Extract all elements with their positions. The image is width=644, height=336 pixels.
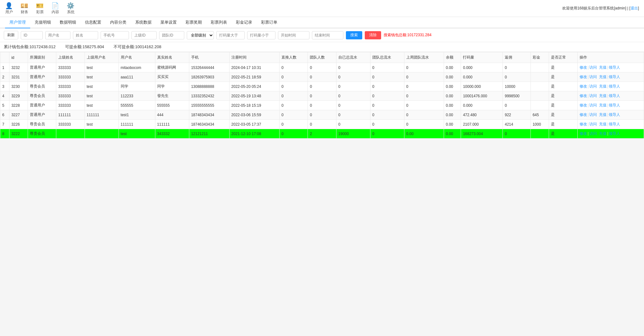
sub-nav-menu[interactable]: 菜单设置 <box>156 17 181 28</box>
cell-direct: 0 <box>280 63 308 72</box>
cell-parent-username: test <box>85 101 119 110</box>
cell-level: 普通用户 <box>28 110 56 120</box>
sub-nav-category[interactable]: 内容分类 <box>106 17 131 28</box>
col-balance: 余额 <box>444 52 461 63</box>
visit-link[interactable]: 访问 <box>589 122 597 126</box>
parent-id-input[interactable] <box>131 31 157 39</box>
edit-link[interactable]: 修改 <box>580 103 587 107</box>
nav-content[interactable]: 📄 内容 <box>51 2 59 15</box>
cell-normal: 是 <box>549 129 577 139</box>
sub-nav-lottery-list[interactable]: 彩票列表 <box>206 17 231 28</box>
bet-max-input[interactable] <box>216 31 245 39</box>
id-input[interactable] <box>21 31 43 39</box>
cell-bonus <box>530 72 549 82</box>
cell-realname: 發先生 <box>155 91 189 101</box>
recharge-link[interactable]: 充值 <box>599 75 607 79</box>
level-select[interactable]: 全部级别 普通用户 尊贵会员 <box>187 31 214 39</box>
phone-input[interactable] <box>101 31 129 39</box>
edit-link[interactable]: 修改 <box>580 112 587 117</box>
recharge-link[interactable]: 充值 <box>599 94 607 98</box>
invite-link[interactable]: 领导人 <box>609 94 620 98</box>
recharge-link[interactable]: 充值 <box>599 122 607 126</box>
recharge-link[interactable]: 充值 <box>599 103 607 107</box>
cell-team: 0 <box>308 63 336 72</box>
top-nav: 👤 用户 💴 财务 🎫 彩票 📄 内容 ⚙️ 系统 欢迎使用168娱乐后台管理系… <box>0 0 644 17</box>
invite-link[interactable]: 领导人 <box>609 84 620 88</box>
end-time-input[interactable] <box>312 31 343 39</box>
col-self-flow: 自已总流水 <box>336 52 370 63</box>
sub-nav-lottery-period[interactable]: 彩票奖期 <box>181 17 206 28</box>
row-num: 4 <box>0 91 9 101</box>
start-time-input[interactable] <box>278 31 309 39</box>
nav-user[interactable]: 👤 用户 <box>5 2 13 15</box>
nav-system[interactable]: ⚙️ 系统 <box>67 2 75 15</box>
invite-link[interactable]: 领导人 <box>609 75 620 79</box>
cell-regtime: 2022-05-21 18:59 <box>229 72 280 82</box>
invite-link[interactable]: 领导人 <box>609 122 620 126</box>
col-bet: 打码量 <box>461 52 503 63</box>
sub-nav-system-data[interactable]: 系统数据 <box>131 17 156 28</box>
table-header-row: id 所属级别 上级姓名 上级用户名 用户名 真实姓名 手机 注册时间 直推人数… <box>0 52 644 63</box>
sub-nav-recharge[interactable]: 充值明细 <box>30 17 55 28</box>
edit-link[interactable]: 修改 <box>580 84 587 88</box>
team-id-input[interactable] <box>159 31 184 39</box>
edit-link[interactable]: 修改 <box>580 94 587 98</box>
cell-rebate: 4214 <box>503 120 530 129</box>
sub-nav-lottery-order[interactable]: 彩票订单 <box>257 17 282 28</box>
sub-nav-user-mgmt[interactable]: 用户管理 <box>5 17 30 28</box>
invite-link[interactable]: 领导人 <box>609 65 620 70</box>
cell-parent-name: 333333 <box>56 82 85 91</box>
visit-link[interactable]: 访问 <box>589 131 597 136</box>
sub-nav-data[interactable]: 数据明细 <box>55 17 80 28</box>
cell-self-flow: 0 <box>336 72 370 82</box>
cell-bonus: 1000 <box>530 120 549 129</box>
cell-id: 3230 <box>9 82 28 91</box>
nav-finance-label: 财务 <box>21 9 28 15</box>
cell-balance: 0.00 <box>444 101 461 110</box>
bet-min-input[interactable] <box>247 31 275 39</box>
username-input[interactable] <box>45 31 70 39</box>
nav-finance[interactable]: 💴 财务 <box>20 2 28 15</box>
wallet-value: 10172438.012 <box>30 44 56 49</box>
cell-username: aaa111 <box>119 72 155 82</box>
visit-link[interactable]: 访问 <box>589 65 597 70</box>
sub-nav-bonus-record[interactable]: 彩金记录 <box>231 17 257 28</box>
cell-phone: 18748343434 <box>189 110 229 120</box>
invite-link[interactable]: 领导人 <box>609 103 620 107</box>
logout-link[interactable]: 退出 <box>630 6 638 10</box>
recharge-link[interactable]: 充值 <box>599 112 607 117</box>
visit-link[interactable]: 访问 <box>589 112 597 117</box>
nav-lottery[interactable]: 🎫 彩票 <box>36 2 44 15</box>
edit-link[interactable]: 修改 <box>580 122 587 126</box>
edit-link[interactable]: 修改 <box>580 131 587 136</box>
visit-link[interactable]: 访问 <box>589 94 597 98</box>
clear-button[interactable]: 清除 <box>365 31 381 39</box>
cell-team: 0 <box>308 120 336 129</box>
table-row: 53228普通用户333333test555555555555155555555… <box>0 101 644 110</box>
invite-link[interactable]: 领导人 <box>609 131 620 136</box>
realname-input[interactable] <box>73 31 98 39</box>
cell-parent-name: 333333 <box>56 101 85 110</box>
row-num: 3 <box>0 82 9 91</box>
refresh-button[interactable]: 刷新 <box>4 31 18 39</box>
visit-link[interactable]: 访问 <box>589 84 597 88</box>
lottery-icon: 🎫 <box>36 2 44 9</box>
cell-bet: 10001476.000 <box>461 91 503 101</box>
col-regtime: 注册时间 <box>229 52 280 63</box>
recharge-link[interactable]: 充值 <box>599 65 607 70</box>
recharge-link[interactable]: 充值 <box>599 131 607 136</box>
cell-parent-name: 333333 <box>56 120 85 129</box>
recharge-link[interactable]: 充值 <box>599 84 607 88</box>
cell-rebate: 0 <box>503 63 530 72</box>
search-total: 搜索钱包总额:10172331.284 <box>384 32 431 38</box>
cell-regtime: 2024-04-17 10:31 <box>229 63 280 72</box>
sub-nav-config[interactable]: 信息配置 <box>80 17 106 28</box>
search-button[interactable]: 搜索 <box>346 31 362 39</box>
edit-link[interactable]: 修改 <box>580 65 587 70</box>
visit-link[interactable]: 访问 <box>589 75 597 79</box>
visit-link[interactable]: 访问 <box>589 103 597 107</box>
invite-link[interactable]: 领导人 <box>609 112 620 117</box>
edit-link[interactable]: 修改 <box>580 75 587 79</box>
cell-bonus <box>530 91 549 101</box>
col-normal: 是否正常 <box>549 52 577 63</box>
